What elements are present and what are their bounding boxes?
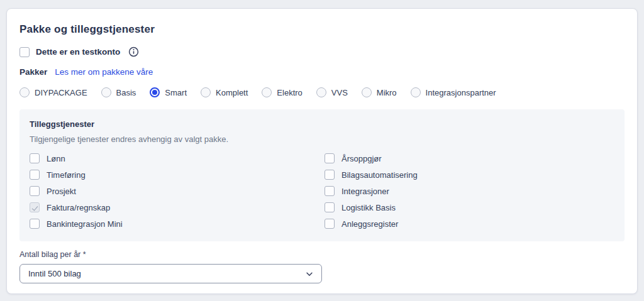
checkbox-icon[interactable] [30,153,40,163]
addons-title: Tilleggstjenester [30,119,614,129]
addons-left-column: Lønn Timeføring Prosjekt Faktura/regnska… [30,153,325,229]
info-icon[interactable] [128,47,139,57]
addons-right-column: Årsoppgjør Bilagsautomatisering Integras… [325,153,614,229]
addons-panel: Tilleggstjenester Tilgjengelige tjeneste… [19,109,625,241]
radio-icon[interactable] [362,87,372,97]
checkbox-icon[interactable] [30,219,40,229]
addons-grid: Lønn Timeføring Prosjekt Faktura/regnska… [30,153,614,229]
bilag-select[interactable]: Inntil 500 bilag [19,264,322,283]
radio-option-integrasjonspartner[interactable]: Integrasjonspartner [411,87,496,97]
radio-icon[interactable] [150,87,160,97]
package-radio-group: DIYPACKAGE Basis Smart Komplett Elektro … [19,87,625,97]
radio-option-mikro[interactable]: Mikro [362,87,397,97]
page-title: Pakke og tilleggstjenester [19,23,625,36]
test-account-label: Dette er en testkonto [36,47,120,57]
radio-icon[interactable] [201,87,211,97]
checkbox-icon[interactable] [325,186,335,196]
radio-option-elektro[interactable]: Elektro [262,87,302,97]
checkbox-icon[interactable] [325,153,335,163]
radio-icon[interactable] [101,87,111,97]
radio-option-basis[interactable]: Basis [101,87,136,97]
radio-option-diypackage[interactable]: DIYPACKAGE [19,87,87,97]
package-settings-card: Pakke og tilleggstjenester Dette er en t… [6,8,638,294]
radio-icon[interactable] [411,87,421,97]
addon-bankintegrasjon-mini[interactable]: Bankintegrasjon Mini [30,219,123,229]
packages-header: Pakker Les mer om pakkene våre [19,67,625,77]
addon-bilagsautomatisering[interactable]: Bilagsautomatisering [325,170,418,180]
radio-option-komplett[interactable]: Komplett [201,87,248,97]
addons-description: Tilgjengelige tjenester endres avhengig … [30,134,614,144]
radio-icon[interactable] [316,87,326,97]
test-account-row[interactable]: Dette er en testkonto [19,47,139,57]
radio-icon[interactable] [19,87,30,97]
checkbox-icon[interactable] [325,170,335,180]
radio-option-vvs[interactable]: VVS [316,87,348,97]
addon-lonn[interactable]: Lønn [30,153,65,163]
radio-icon[interactable] [262,87,272,97]
addon-arsoppgjor[interactable]: Årsoppgjør [325,153,382,163]
addon-prosjekt[interactable]: Prosjekt [30,186,76,196]
addon-logistikk-basis[interactable]: Logistikk Basis [325,202,396,212]
addon-timeforing[interactable]: Timeføring [30,170,86,180]
addon-integrasjoner[interactable]: Integrasjoner [325,186,389,196]
packages-learn-more-link[interactable]: Les mer om pakkene våre [55,67,153,77]
chevron-down-icon [305,270,314,278]
checkbox-icon[interactable] [30,186,40,196]
checkbox-icon[interactable] [325,219,335,229]
addon-anleggsregister[interactable]: Anleggsregister [325,219,398,229]
radio-option-smart[interactable]: Smart [150,87,187,97]
addon-faktura-regnskap: Faktura/regnskap [30,202,110,212]
checkbox-icon[interactable] [30,170,40,180]
bilag-field-label: Antall bilag per år * [19,250,625,259]
checkbox-icon[interactable] [325,202,335,212]
packages-heading: Pakker [19,67,47,77]
test-account-checkbox[interactable] [19,47,30,57]
checkbox-icon [30,202,40,212]
bilag-select-value: Inntil 500 bilag [28,269,81,278]
